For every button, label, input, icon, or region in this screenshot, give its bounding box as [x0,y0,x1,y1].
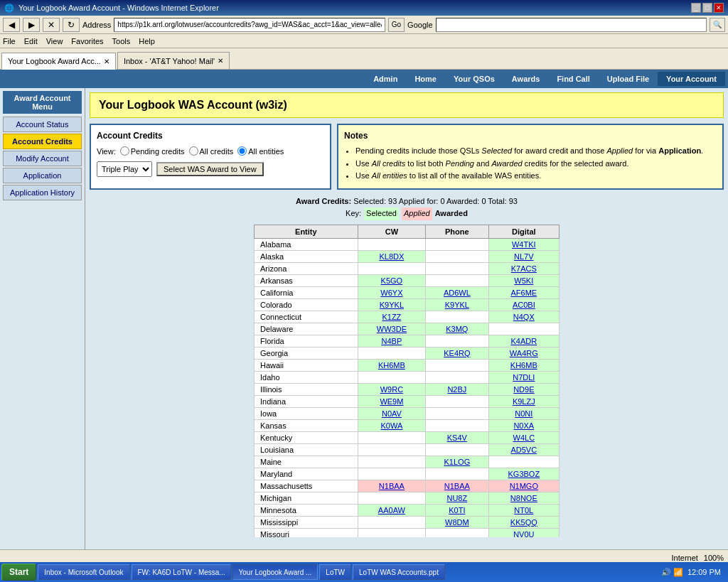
cell-phone[interactable]: K3MQ [426,323,489,335]
forward-button[interactable]: ▶ [23,18,40,32]
search-button[interactable]: 🔍 [710,18,725,32]
cell-digital[interactable]: N4QX [488,311,559,323]
cell-cw[interactable]: W9RC [358,383,425,395]
cell-phone[interactable]: W8DM [426,516,489,528]
cell-cw[interactable]: N4BP [358,335,425,347]
view-pending-radio[interactable] [120,146,129,156]
sidebar-item-account-credits[interactable]: Account Credits [3,134,82,149]
nav-find-call[interactable]: Find Call [548,72,598,86]
cell-phone[interactable]: AD6WL [426,286,489,298]
table-row: MichiganNU8ZN8NOE [255,492,560,504]
cell-cw[interactable]: K9YKL [358,298,425,311]
sidebar-item-application-history[interactable]: Application History [3,185,82,200]
cell-cw[interactable]: W6YX [358,286,425,298]
refresh-button[interactable]: ↻ [63,18,80,32]
cell-digital[interactable]: N0XA [488,419,559,431]
cell-cw[interactable]: N0AV [358,407,425,419]
cell-digital[interactable]: N7DLI [488,371,559,383]
cell-digital[interactable]: N1MGO [488,480,559,492]
menu-tools[interactable]: Tools [112,37,131,45]
cell-digital[interactable]: W5KI [488,274,559,286]
tab-yahoo-close[interactable]: ✕ [218,57,223,65]
taskbar-item-ppt[interactable]: LoTW WAS Accounts.ppt [353,564,445,565]
view-all-credits-radio[interactable] [189,146,198,156]
nav-upload-file[interactable]: Upload File [599,72,658,86]
cell-digital[interactable]: WA4RG [488,347,559,359]
sidebar-item-account-status[interactable]: Account Status [3,117,82,132]
table-row: IowaN0AVN0NI [255,407,560,419]
cell-cw[interactable]: K1ZZ [358,311,425,323]
tab-yahoo[interactable]: Inbox - 'AT&T Yahoo! Mail' ✕ [117,52,230,69]
cell-digital[interactable]: NV0U [488,528,559,537]
cell-digital[interactable]: W4TKI [488,238,559,250]
cell-phone[interactable]: K0TI [426,504,489,516]
cell-digital[interactable]: AD5VC [488,443,559,456]
nav-your-qsos[interactable]: Your QSOs [445,72,503,86]
cell-phone[interactable]: K1LOG [426,456,489,468]
nav-your-account[interactable]: Your Account [658,72,725,86]
window-controls[interactable]: _ □ ✕ [691,3,724,13]
start-button[interactable]: Start [1,564,36,565]
tab-logbook-close[interactable]: ✕ [104,58,109,65]
cell-digital[interactable]: NT0L [488,504,559,516]
go-button[interactable]: Go [388,18,405,32]
cell-digital[interactable]: K4ADR [488,335,559,347]
maximize-button[interactable]: □ [702,3,712,13]
menu-help[interactable]: Help [139,37,155,45]
award-dropdown[interactable]: Triple Play [97,161,152,177]
cell-cw[interactable]: KL8DX [358,250,425,262]
cell-digital[interactable]: KH6MB [488,359,559,371]
cell-digital[interactable]: W4LC [488,431,559,443]
cell-digital[interactable]: NL7V [488,250,559,262]
cell-cw[interactable]: N1BAA [358,480,425,492]
cell-digital[interactable]: AF6ME [488,286,559,298]
cell-cw[interactable]: KH6MB [358,359,425,371]
cell-digital[interactable]: KK5QQ [488,516,559,528]
nav-awards[interactable]: Awards [503,72,549,86]
cell-digital[interactable]: AC0BI [488,298,559,311]
select-award-button[interactable]: Select WAS Award to View [156,162,264,176]
cell-digital[interactable]: N0NI [488,407,559,419]
close-button[interactable]: ✕ [714,3,724,13]
sidebar-item-application[interactable]: Application [3,168,82,183]
back-button[interactable]: ◀ [3,18,20,32]
cell-cw[interactable]: WE9M [358,395,425,407]
sidebar-item-modify-account[interactable]: Modify Account [3,151,82,166]
cell-cw[interactable]: K5GO [358,274,425,286]
taskbar-item-logbook[interactable]: Your Logbook Award ... [232,564,318,565]
cell-phone[interactable]: K9YKL [426,298,489,311]
cell-cw[interactable]: WW3DE [358,323,425,335]
address-input[interactable] [114,18,385,32]
menu-file[interactable]: File [3,37,16,45]
cell-phone[interactable]: KE4RQ [426,347,489,359]
view-all-entities-label[interactable]: All entities [237,146,284,156]
cell-phone[interactable]: N2BJ [426,383,489,395]
nav-admin[interactable]: Admin [365,72,406,86]
cell-digital[interactable]: N8NOE [488,492,559,504]
cell-digital[interactable]: K9LZJ [488,395,559,407]
cell-phone[interactable]: N1BAA [426,480,489,492]
cell-phone[interactable]: KS4V [426,431,489,443]
menu-view[interactable]: View [46,37,63,45]
cell-digital[interactable]: KG3BOZ [488,468,559,480]
view-all-credits-label[interactable]: All credits [189,146,234,156]
nav-home[interactable]: Home [406,72,445,86]
menu-edit[interactable]: Edit [24,37,38,45]
cell-entity: Colorado [255,298,358,311]
taskbar-item-fw[interactable]: FW: KA6D LoTW - Messa... [132,564,231,565]
cell-cw[interactable]: AA0AW [358,504,425,516]
stop-button[interactable]: ✕ [43,18,60,32]
cell-phone[interactable]: NU8Z [426,492,489,504]
taskbar-item-lotw[interactable]: LoTW [319,564,351,565]
tab-logbook[interactable]: Your Logbook Award Acc... ✕ [1,53,116,70]
menu-favorites[interactable]: Favorites [71,37,103,45]
view-all-entities-radio[interactable] [237,146,247,156]
view-pending-label[interactable]: Pending credits [120,146,185,156]
search-input[interactable] [436,18,707,32]
taskbar-item-outlook[interactable]: Inbox - Microsoft Outlook [38,564,129,565]
cell-cw[interactable]: K0WA [358,419,425,431]
cell-digital[interactable]: ND9E [488,383,559,395]
cell-entity: Connecticut [255,311,358,323]
cell-digital[interactable]: K7ACS [488,262,559,274]
minimize-button[interactable]: _ [691,3,701,13]
